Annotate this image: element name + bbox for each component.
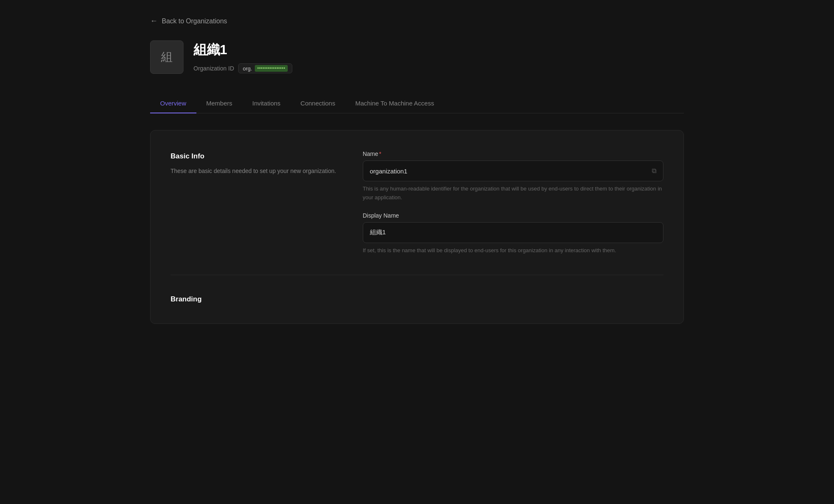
name-hint: This is any human-readable identifier fo…	[363, 185, 663, 202]
name-label: Name*	[363, 150, 663, 157]
basic-info-section: Basic Info These are basic details neede…	[171, 150, 663, 255]
display-name-input[interactable]	[370, 229, 656, 236]
branding-title: Branding	[171, 295, 663, 303]
org-avatar: 組	[150, 40, 183, 74]
org-id-prefix: org.	[243, 65, 252, 72]
tab-invitations[interactable]: Invitations	[242, 94, 291, 113]
tab-members[interactable]: Members	[196, 94, 243, 113]
org-id-badge[interactable]: org. ••••••••••••••••	[238, 63, 292, 73]
tab-overview[interactable]: Overview	[150, 94, 196, 113]
name-field-group: Name* ⧉ This is any human-readable ident…	[363, 150, 663, 202]
tabs-container: Overview Members Invitations Connections…	[150, 94, 684, 113]
org-id-value: ••••••••••••••••	[255, 65, 288, 72]
tabs-list: Overview Members Invitations Connections…	[150, 94, 684, 113]
copy-icon[interactable]: ⧉	[652, 167, 656, 175]
org-id-row: Organization ID org. ••••••••••••••••	[193, 63, 292, 73]
basic-info-title: Basic Info	[171, 152, 338, 160]
back-link-label: Back to Organizations	[162, 18, 227, 25]
basic-info-left: Basic Info These are basic details neede…	[171, 150, 338, 176]
tab-machine-to-machine[interactable]: Machine To Machine Access	[345, 94, 444, 113]
name-required: *	[379, 150, 381, 157]
org-id-label: Organization ID	[193, 65, 234, 72]
back-to-organizations-link[interactable]: ← Back to Organizations	[150, 17, 684, 25]
display-name-label: Display Name	[363, 212, 663, 219]
org-name: 組織1	[193, 41, 292, 59]
tab-connections[interactable]: Connections	[291, 94, 345, 113]
back-arrow-icon: ←	[150, 17, 158, 25]
name-input[interactable]	[370, 168, 652, 175]
display-name-hint: If set, this is the name that will be di…	[363, 246, 663, 255]
org-header: 組 組織1 Organization ID org. •••••••••••••…	[150, 40, 684, 74]
display-name-input-wrapper[interactable]	[363, 222, 663, 243]
name-input-wrapper[interactable]: ⧉	[363, 160, 663, 181]
display-name-field-group: Display Name If set, this is the name th…	[363, 212, 663, 255]
org-info: 組織1 Organization ID org. •••••••••••••••…	[193, 41, 292, 73]
basic-info-desc: These are basic details needed to set up…	[171, 166, 338, 176]
branding-section: Branding	[171, 275, 663, 303]
basic-info-right: Name* ⧉ This is any human-readable ident…	[363, 150, 663, 255]
content-card: Basic Info These are basic details neede…	[150, 130, 684, 324]
